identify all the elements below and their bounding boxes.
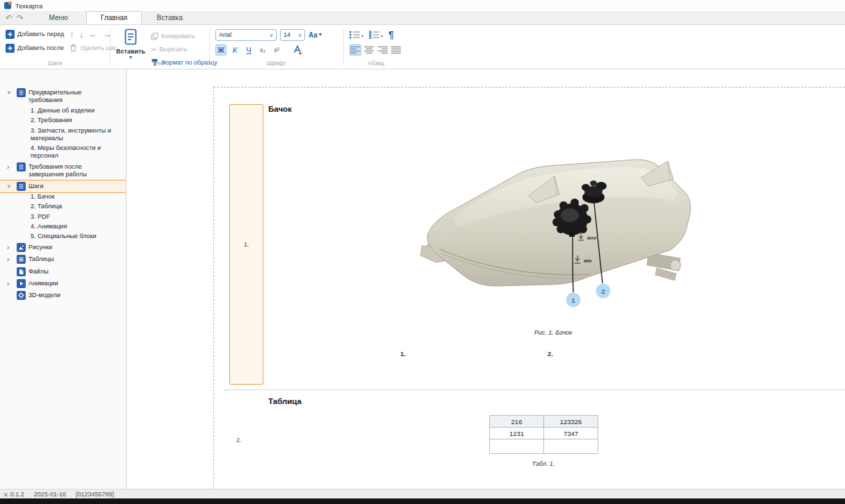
tree-item-safety-measures[interactable]: 4. Меры безопасности и персонал xyxy=(0,144,118,162)
caret-down-icon xyxy=(319,32,322,37)
table-cell[interactable]: 216 xyxy=(490,416,544,428)
table-caption[interactable]: Табл. 1. xyxy=(489,460,598,467)
tree-collapse-icon[interactable] xyxy=(7,255,14,264)
superscript-button[interactable]: x² xyxy=(271,44,282,56)
image-icon xyxy=(17,243,26,252)
table-cell[interactable] xyxy=(490,439,544,454)
tree-item-label: Шаги xyxy=(28,182,44,190)
tree-item-step-tank[interactable]: 1. Бачок xyxy=(0,192,126,202)
font-family-select[interactable]: Arial xyxy=(215,29,277,41)
bold-button[interactable]: Ж xyxy=(215,44,227,56)
tree-item-requirements[interactable]: 2. Требования xyxy=(0,116,126,126)
tree-collapse-icon[interactable] xyxy=(7,244,14,253)
font-group-label: Шрифт xyxy=(210,60,343,67)
paragraph-group-label: Абзац xyxy=(344,60,408,67)
step-2-number[interactable]: 2. xyxy=(236,437,242,444)
tree-item-post-work-requirements[interactable]: Требования после завершения работы xyxy=(0,161,126,180)
tree-item-step-pdf[interactable]: 3. PDF xyxy=(0,212,126,221)
tab-insert[interactable]: Вставка xyxy=(142,11,197,24)
underline-button[interactable]: Ч xyxy=(243,44,254,56)
undo-icon[interactable] xyxy=(6,14,13,22)
tree-item-3d-models[interactable]: 3D-модели xyxy=(0,289,126,301)
app-title: Техкарта xyxy=(15,2,42,10)
tree-item-label: 3D-модели xyxy=(28,291,60,299)
numbered-list-icon xyxy=(369,31,380,39)
tree-item-steps[interactable]: Шаги xyxy=(0,180,126,192)
align-left-icon xyxy=(350,46,361,54)
delete-step-button[interactable]: Удалить шаг xyxy=(69,42,116,53)
list-icon xyxy=(17,162,26,171)
tree-collapse-icon[interactable] xyxy=(7,163,14,172)
tree-item-preliminary-requirements[interactable]: Предварительные требования xyxy=(0,87,126,106)
list-marker-2[interactable]: 2. xyxy=(548,350,553,358)
table-cell[interactable]: 7347 xyxy=(544,428,598,439)
redo-icon[interactable] xyxy=(17,14,24,22)
table-row xyxy=(490,439,598,454)
subscript-button[interactable]: x₂ xyxy=(257,44,268,56)
build-id: [0123456789] xyxy=(76,491,114,498)
tree-item-files[interactable]: Файлы xyxy=(0,266,126,278)
ribbon-group-steps: Добавить перед Добавить после Удалить ша… xyxy=(0,25,110,69)
title-bar: Техкарта xyxy=(0,0,845,11)
step-1-number-box[interactable]: 1. xyxy=(229,104,263,385)
tree-collapse-icon[interactable] xyxy=(7,280,14,289)
table-cell[interactable] xyxy=(544,439,598,454)
add-step-after-button[interactable]: Добавить после xyxy=(6,42,64,53)
text-group-label: Текст xyxy=(110,60,209,67)
document-table: 216 123326 1231 7347 xyxy=(489,415,598,454)
table-row: 1231 7347 xyxy=(490,428,598,439)
change-case-button[interactable]: Aa xyxy=(309,31,322,39)
list-marker-1[interactable]: 1. xyxy=(400,350,406,358)
tree-item-product-data[interactable]: 1. Данные об изделии xyxy=(0,106,126,116)
numbered-list-button[interactable] xyxy=(369,31,383,39)
tree-item-label: Файлы xyxy=(28,267,49,276)
step-1-title[interactable]: Бачок xyxy=(268,105,292,113)
chevron-down-icon xyxy=(295,31,302,38)
move-up-icon[interactable] xyxy=(69,30,74,39)
align-left-button[interactable] xyxy=(350,44,361,56)
caret-down-icon xyxy=(381,31,383,39)
align-center-icon xyxy=(364,46,375,54)
step-2-title[interactable]: Таблица xyxy=(268,397,302,405)
font-color-button[interactable] xyxy=(292,44,303,56)
tree-expand-icon[interactable] xyxy=(7,89,14,96)
tab-home[interactable]: Главная xyxy=(86,11,142,24)
table-cell[interactable]: 1231 xyxy=(490,428,544,439)
tree-item-tables[interactable]: Таблицы xyxy=(0,253,126,266)
font-color-icon xyxy=(293,45,302,55)
figure-caption[interactable]: Рис. 1. Бачок xyxy=(477,329,630,336)
ribbon-group-paragraph: Абзац xyxy=(344,25,408,69)
table-cell[interactable]: 123326 xyxy=(544,416,598,428)
step-1-number: 1. xyxy=(244,241,249,248)
plus-square-icon xyxy=(6,30,15,39)
tree-item-animations[interactable]: Анимации xyxy=(0,278,126,290)
pilcrow-button[interactable] xyxy=(388,30,394,40)
move-down-icon[interactable] xyxy=(79,30,84,39)
italic-button[interactable]: К xyxy=(229,44,240,56)
align-justify-button[interactable] xyxy=(391,44,402,56)
move-left-icon[interactable] xyxy=(88,30,97,39)
tree-expand-icon[interactable] xyxy=(7,183,14,190)
tree-item-step-special-blocks[interactable]: 5. Специальные блоки xyxy=(0,232,126,242)
tree-item-spare-parts[interactable]: 3. Запчасти, инструменты и материалы xyxy=(0,126,124,144)
ribbon-group-font: Arial 14 Aa Ж К Ч x₂ x² Шрифт xyxy=(210,25,343,69)
add-step-before-button[interactable]: Добавить перед xyxy=(6,28,64,40)
cut-button[interactable]: Вырезать xyxy=(151,44,218,55)
bottom-strip xyxy=(0,498,845,504)
tab-menu[interactable]: Меню xyxy=(31,11,86,24)
status-bar: v. 0.1.2 2025-01-16 [0123456789] xyxy=(0,489,845,498)
align-right-button[interactable] xyxy=(377,44,389,56)
font-size-select[interactable]: 14 xyxy=(280,29,305,41)
bullet-list-button[interactable] xyxy=(350,31,363,39)
document-canvas: 1. Бачок xyxy=(127,69,845,489)
tree-item-label: Таблицы xyxy=(28,255,54,263)
tree-item-step-animation[interactable]: 4. Анимация xyxy=(0,221,126,231)
copy-button[interactable]: Копировать xyxy=(151,31,218,42)
align-center-button[interactable] xyxy=(363,44,375,56)
callout-2: 2 xyxy=(596,284,611,299)
structure-tree-panel: Предварительные требования 1. Данные об … xyxy=(0,69,126,489)
tree-item-pictures[interactable]: Рисунки xyxy=(0,242,126,254)
figure-tank-image[interactable]: MAX MIN 1 2 xyxy=(412,142,704,319)
tree-item-step-table[interactable]: 2. Таблица xyxy=(0,202,126,212)
history-buttons xyxy=(0,11,31,24)
